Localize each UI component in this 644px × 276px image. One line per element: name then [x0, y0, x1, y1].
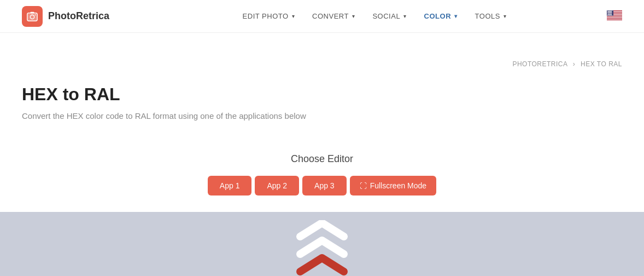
svg-point-13: [607, 10, 608, 11]
svg-point-17: [611, 10, 611, 11]
editor-section: Choose Editor App 1 App 2 App 3 ⛶ Fullsc…: [22, 142, 622, 212]
breadcrumb-current: HEX TO RAL: [581, 60, 622, 68]
logo[interactable]: PhotoRetrica: [22, 6, 109, 27]
nav-item-convert[interactable]: CONVERT ▾: [306, 9, 361, 24]
svg-point-45: [611, 14, 612, 14]
svg-point-48: [609, 14, 610, 15]
svg-point-39: [611, 13, 611, 14]
svg-point-14: [608, 10, 608, 11]
logo-text: PhotoRetrica: [48, 10, 109, 22]
svg-point-29: [611, 12, 612, 13]
svg-point-40: [611, 13, 612, 14]
svg-point-27: [610, 12, 610, 13]
svg-point-24: [607, 12, 608, 13]
svg-point-26: [609, 12, 610, 13]
svg-point-47: [608, 14, 608, 15]
language-flag[interactable]: [607, 10, 622, 22]
svg-rect-10: [607, 17, 622, 18]
svg-rect-11: [607, 19, 622, 19]
chevron-down-icon: ▾: [454, 13, 458, 19]
main-content: PHOTORETRICA › HEX TO RAL HEX to RAL Con…: [0, 33, 644, 212]
svg-point-23: [611, 11, 612, 12]
svg-point-42: [608, 14, 609, 14]
fullscreen-icon: ⛶: [360, 182, 367, 190]
breadcrumb: PHOTORETRICA › HEX TO RAL: [512, 60, 622, 68]
svg-point-36: [608, 13, 608, 14]
svg-point-46: [607, 14, 608, 15]
editor-buttons: App 1 App 2 App 3 ⛶ Fullscreen Mode: [22, 176, 622, 196]
svg-point-18: [611, 10, 612, 11]
svg-rect-3: [30, 12, 34, 13]
svg-rect-9: [607, 15, 622, 16]
breadcrumb-home[interactable]: PHOTORETRICA: [512, 60, 567, 68]
svg-point-51: [611, 14, 612, 15]
nav-item-tools[interactable]: TOOLS ▾: [469, 9, 513, 24]
svg-point-25: [608, 12, 608, 13]
main-nav: EDIT PHOTO ▾ CONVERT ▾ SOCIAL ▾ COLOR ▾ …: [142, 9, 607, 24]
svg-point-28: [611, 12, 611, 13]
svg-point-22: [610, 11, 611, 12]
logo-icon: [22, 6, 43, 27]
chevron-down-icon: ▾: [292, 13, 295, 19]
editor-title: Choose Editor: [22, 153, 622, 165]
svg-point-31: [608, 13, 609, 13]
svg-point-49: [610, 14, 610, 15]
chevron-down-icon: ▾: [403, 13, 407, 19]
svg-point-19: [608, 11, 608, 12]
nav-item-color[interactable]: COLOR ▾: [418, 9, 464, 24]
nav-item-edit-photo[interactable]: EDIT PHOTO ▾: [236, 9, 301, 24]
preview-area: [0, 212, 644, 276]
svg-point-38: [610, 13, 610, 14]
fullscreen-button[interactable]: ⛶ Fullscreen Mode: [350, 176, 437, 196]
svg-point-15: [609, 10, 610, 11]
svg-point-35: [607, 13, 608, 14]
svg-point-33: [610, 13, 611, 13]
svg-point-43: [610, 14, 610, 14]
app3-button[interactable]: App 3: [302, 176, 347, 196]
page-title: HEX to RAL: [22, 84, 622, 105]
svg-point-20: [608, 11, 609, 12]
app1-button[interactable]: App 1: [208, 176, 252, 196]
chevron-down-icon: ▾: [504, 13, 507, 19]
svg-point-37: [609, 13, 610, 14]
svg-point-30: [608, 13, 608, 13]
svg-point-32: [610, 13, 610, 13]
svg-point-44: [610, 14, 611, 14]
svg-rect-0: [27, 13, 37, 21]
chevron-down-icon: ▾: [352, 13, 355, 19]
svg-point-50: [611, 14, 611, 15]
page-subtitle: Convert the HEX color code to RAL format…: [22, 111, 622, 120]
loading-arrows: [286, 220, 358, 276]
breadcrumb-separator: ›: [573, 60, 576, 68]
svg-point-41: [608, 14, 608, 14]
app2-button[interactable]: App 2: [255, 176, 299, 196]
svg-point-34: [611, 13, 612, 13]
svg-point-4: [35, 14, 36, 15]
svg-point-16: [610, 10, 610, 11]
nav-item-social[interactable]: SOCIAL ▾: [366, 9, 413, 24]
header: PhotoRetrica EDIT PHOTO ▾ CONVERT ▾ SOCI…: [0, 0, 644, 33]
svg-point-21: [610, 11, 610, 12]
